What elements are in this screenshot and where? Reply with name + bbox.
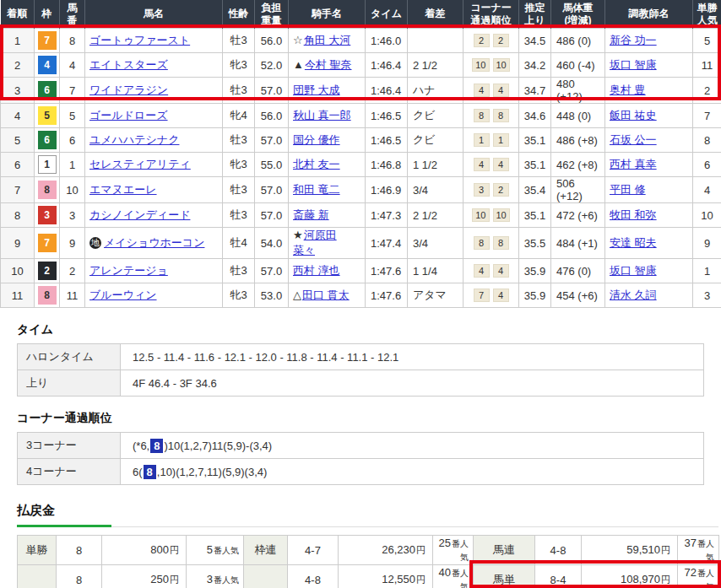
- trainer-link[interactable]: 奥村 豊: [610, 84, 646, 96]
- margin: クビ: [408, 128, 464, 153]
- horse-name-link[interactable]: アレンテージョ: [89, 264, 168, 277]
- carried-weight: 56.0: [255, 29, 289, 53]
- apprentice-mark: ☆: [293, 34, 303, 46]
- trainer-link[interactable]: 清水 久詞: [610, 289, 657, 301]
- frame-number-badge: 8: [38, 286, 57, 305]
- carried-weight: 57.0: [255, 203, 289, 228]
- corner4-position: 2: [493, 34, 509, 47]
- finish-time: 1:46.5: [366, 128, 408, 153]
- horse-name-cell: エイトスターズ: [85, 53, 223, 78]
- result-row: 3 6 7 ワイドアラジン 牡3 57.0 団野 大成 1:46.4 ハナ 44…: [1, 78, 721, 104]
- horse-name-link[interactable]: ゴートゥファースト: [89, 34, 190, 46]
- corner3-position: 10: [472, 208, 489, 222]
- trainer-link[interactable]: 石坂 公一: [610, 133, 657, 146]
- horse-weight: 484 (+1): [551, 228, 605, 259]
- frame-cell: 8: [35, 177, 60, 203]
- jockey-cell: 西村 淳也: [289, 259, 366, 283]
- trainer-link[interactable]: 坂口 智康: [610, 264, 657, 277]
- sex-age: 牝3: [223, 153, 255, 177]
- horse-name-link[interactable]: カシノインディード: [89, 208, 190, 221]
- horse-name-link[interactable]: メイショウホーコン: [104, 236, 204, 249]
- time-section: タイム ハロンタイム 12.5 - 11.4 - 11.6 - 12.1 - 1…: [17, 322, 721, 396]
- horse-name-link[interactable]: エマヌエーレ: [89, 183, 157, 196]
- payout-title-underline: [17, 526, 718, 527]
- corner4-position: 1: [493, 133, 509, 147]
- wide-amount: 12,550円: [339, 565, 433, 588]
- trainer-link[interactable]: 飯田 祐史: [610, 109, 657, 121]
- bracket-amount: 26,230円: [339, 536, 433, 565]
- trainer-link[interactable]: 安達 昭夫: [610, 236, 657, 249]
- column-header: 馬 番: [60, 0, 85, 29]
- trainer-cell: 新谷 功一: [605, 29, 693, 53]
- horse-name-cell: カシノインディード: [85, 203, 223, 228]
- corner4-position: 10: [493, 208, 510, 222]
- horse-number: 4: [60, 53, 85, 78]
- horse-weight: 454 (+6): [551, 283, 605, 308]
- jockey-link[interactable]: 国分 優作: [293, 133, 340, 146]
- results-header-row: 着順枠馬 番馬名性齢負担 重量騎手名タイム着差コーナー 通過順位推定 上り馬体重…: [1, 0, 721, 29]
- bet-type-win: 単勝: [18, 536, 57, 565]
- sex-age: 牡3: [223, 259, 255, 283]
- trainer-link[interactable]: 平田 修: [610, 183, 646, 196]
- horse-name-link[interactable]: ゴールドローズ: [89, 109, 168, 121]
- race-results-table: 着順枠馬 番馬名性齢負担 重量騎手名タイム着差コーナー 通過順位推定 上り馬体重…: [0, 0, 721, 308]
- jockey-link[interactable]: 田口 貫太: [302, 289, 350, 301]
- jockey-link[interactable]: 北村 友一: [293, 158, 340, 170]
- carried-weight: 52.0: [255, 53, 289, 78]
- corner-positions: 74: [464, 283, 519, 308]
- jockey-link[interactable]: 秋山 真一郎: [293, 109, 351, 121]
- frame-cell: 1: [35, 153, 60, 177]
- frame-cell: 4: [35, 53, 60, 78]
- result-row: 11 8 11 ブルーウィン 牝3 53.0 △田口 貫太 1:47.6 アタマ…: [1, 283, 721, 308]
- furlong-time-label: ハロンタイム: [18, 344, 121, 370]
- jockey-link[interactable]: 今村 聖奈: [305, 58, 352, 71]
- horse-name-cell: ブルーウィン: [85, 283, 223, 308]
- win-favorite-rank: 8: [693, 128, 721, 153]
- apprentice-mark: ▲: [293, 58, 304, 71]
- corner4-position: 8: [493, 109, 509, 122]
- win-favorite-rank: 11: [693, 53, 721, 78]
- horse-name-link[interactable]: ブルーウィン: [89, 289, 157, 301]
- last-up-value: 4F 46.4 - 3F 34.6: [121, 370, 704, 396]
- horse-name-link[interactable]: セレスティアリティ: [89, 158, 191, 170]
- horse-name-link[interactable]: ユメハハテシナク: [89, 133, 179, 146]
- jockey-link[interactable]: 団野 大成: [293, 84, 340, 96]
- trainer-link[interactable]: 西村 真幸: [610, 158, 657, 170]
- last-3f: 35.9: [519, 283, 551, 308]
- corner-positions: 44: [464, 78, 519, 104]
- column-header: タイム: [366, 0, 408, 29]
- jockey-link[interactable]: 和田 竜二: [293, 183, 340, 196]
- jockey-cell: 和田 竜二: [289, 177, 366, 203]
- jockey-cell: 団野 大成: [289, 78, 366, 104]
- corner3-order: (*6,8)10(1,2,7)11(5,9)-(3,4): [121, 433, 704, 459]
- horse-name-link[interactable]: ワイドアラジン: [89, 84, 168, 96]
- margin: [408, 29, 464, 53]
- place-favorite: 3番人気: [187, 565, 244, 588]
- trainer-link[interactable]: 坂口 智康: [610, 58, 657, 71]
- finish-position: 2: [1, 53, 35, 78]
- frame-cell: 7: [35, 29, 60, 53]
- jockey-cell: 国分 優作: [289, 128, 366, 153]
- jockey-link[interactable]: 西村 淳也: [293, 264, 340, 277]
- corner-positions: 44: [464, 259, 519, 283]
- last-3f: 34.6: [519, 104, 551, 128]
- exacta-favorite: 72番人気: [678, 565, 719, 588]
- result-row: 7 8 10 エマヌエーレ 牡3 57.0 和田 竜二 1:46.9 3/4 3…: [1, 177, 721, 203]
- bracket-favorite: 25番人気: [433, 536, 474, 565]
- jockey-link[interactable]: 角田 大河: [304, 34, 351, 46]
- win-favorite-rank: 3: [693, 283, 721, 308]
- place-amount: 250円: [102, 565, 187, 588]
- horse-number: 7: [60, 78, 85, 104]
- column-header: 騎手名: [289, 0, 366, 29]
- horse-name-cell: ユメハハテシナク: [85, 128, 223, 153]
- sex-age: 牝3: [223, 283, 255, 308]
- frame-cell: 6: [35, 78, 60, 104]
- trainer-link[interactable]: 牧田 和弥: [610, 208, 657, 221]
- finish-time: 1:47.6: [366, 259, 408, 283]
- jockey-cell: 秋山 真一郎: [289, 104, 366, 128]
- corner4-position: 4: [493, 289, 509, 302]
- horse-name-link[interactable]: エイトスターズ: [89, 58, 168, 71]
- trainer-link[interactable]: 新谷 功一: [610, 34, 657, 46]
- finish-time: 1:46.8: [366, 153, 408, 177]
- jockey-link[interactable]: 斎藤 新: [293, 208, 329, 221]
